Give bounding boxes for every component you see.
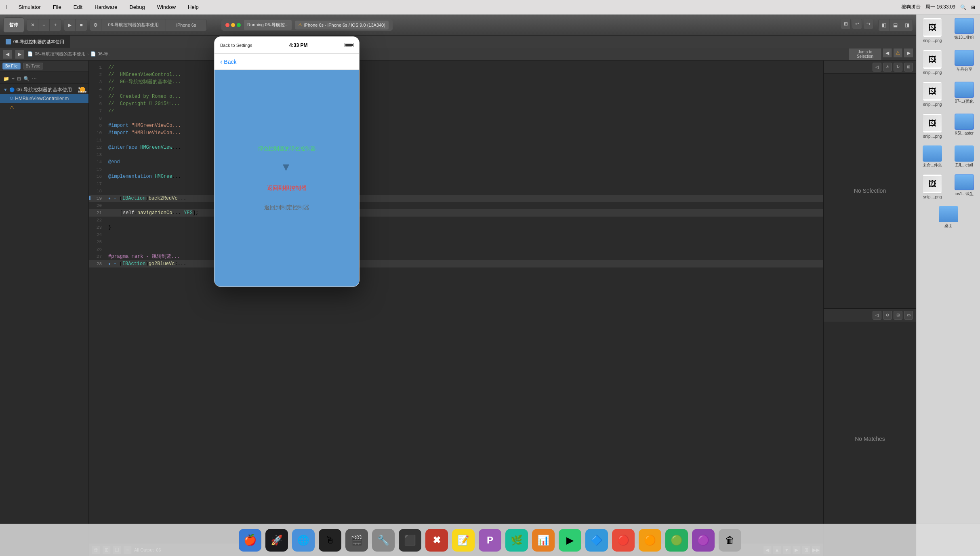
rp-btn-4[interactable]: ⊞ [904,63,913,72]
finder-item-snip1[interactable]: 🖼 snip....png [917,15,948,46]
menu-bar-input-method[interactable]: 搜狗拼音 [901,4,921,11]
more-icon[interactable]: ⋯ [32,76,37,82]
dock-app1-icon: ▶ [566,535,574,546]
file-tree-project[interactable]: ▼ 🔵 06-导航控制器的基本使用 1 issue [0,85,88,94]
code-line-24 [105,231,823,238]
back-btn-2[interactable]: ◀ [883,48,892,57]
zjl-icon [955,145,974,162]
apple-menu[interactable]:  [5,4,7,11]
finder-item-folder1[interactable]: 第13...业组 [948,15,980,46]
folder-icon[interactable]: 📁 [3,76,9,82]
scheme-icon[interactable]: ⚙ [90,19,101,31]
rp2-btn-1[interactable]: ◁ [873,311,881,320]
sim-close[interactable] [225,23,229,27]
menu-bar-grid-icon[interactable]: ⊞ [971,4,975,10]
dock-trash[interactable]: 🗑 [719,529,741,552]
dock-finder[interactable]: 🍎 [239,529,261,552]
stop-btn[interactable]: ■ [76,19,87,31]
by-type-btn[interactable]: By Type [23,63,43,70]
filter-icon[interactable]: ⊞ [17,76,21,82]
menu-debug[interactable]: Debug [127,3,147,11]
dock-popplet[interactable]: P [479,529,501,552]
dock-app1[interactable]: ▶ [559,529,581,552]
finder-item-desktop[interactable]: 桌面 [939,206,958,228]
dock-app2[interactable]: 🔷 [585,529,608,552]
layout-btn-2[interactable]: ↩ [852,19,862,29]
finder-item-snip5[interactable]: 🖼 snip....png [917,171,948,203]
dock-app3[interactable]: 🔴 [612,529,635,552]
menu-edit[interactable]: Edit [71,3,85,11]
search-icon[interactable]: 🔍 [23,76,29,82]
sim-max[interactable] [237,23,241,27]
dock-terminal[interactable]: ⬛ [399,529,421,552]
finder-item-folder2[interactable]: 车丹分享 [948,46,980,78]
minimize-btn[interactable]: − [38,19,50,31]
dock-tools[interactable]: 🔧 [372,529,395,552]
ios-gray-button[interactable]: 返回到制定控制器 [264,204,309,211]
ios-red-button[interactable]: 返回到根控制器 [267,185,307,192]
nav-back-btn[interactable]: ◀ [3,50,12,59]
rp-btn-3[interactable]: ↻ [894,63,902,72]
rp-btn-1[interactable]: ◁ [873,63,881,72]
ios-back-button[interactable]: ‹ Back [220,58,236,65]
warning-indicator[interactable]: ⚠ [894,48,902,57]
right-panel-toggle[interactable]: ◨ [901,19,913,31]
project-warning: 1 issue [80,87,85,93]
menu-help[interactable]: Help [185,3,201,11]
code-lines[interactable]: // // HMGreenViewControl... // 06-导航控制器的… [105,61,823,543]
dock-app5[interactable]: 🟢 [665,529,688,552]
dock-safari[interactable]: 🌐 [292,529,315,552]
forward-btn-2[interactable]: ▶ [904,48,913,57]
bottom-panel-toggle[interactable]: ⬓ [890,19,901,31]
menu-simulator[interactable]: Simulator [16,3,43,11]
rp2-btn-2[interactable]: ⊙ [883,311,892,320]
menu-hardware[interactable]: Hardware [92,3,120,11]
breadcrumb-text-1[interactable]: 06-导航控制器的基本使用 [35,51,86,57]
nav-forward-btn[interactable]: ▶ [15,50,24,59]
scheme-label[interactable]: 06-导航控制器的基本使用 [101,19,166,31]
finder-item-cmd[interactable]: 未命...件夹 [917,142,948,171]
finder-item-snip3[interactable]: 🖼 snip....png [917,78,948,110]
dock-mouse[interactable]: 🖱 [319,529,341,552]
finder-item-folder5[interactable]: ios1...试生 [948,171,980,203]
add-icon[interactable]: + [12,76,15,82]
dock-istat[interactable]: 📊 [532,529,555,552]
finder-item-snip2[interactable]: 🖼 snip....png [917,46,948,78]
dock-notes[interactable]: 📝 [452,529,475,552]
finder-item-folder4[interactable]: KSI...aster [948,110,980,142]
dock-launchpad[interactable]: 🚀 [265,529,288,552]
rp-btn-2[interactable]: ⚠ [883,63,892,72]
rp2-btn-3[interactable]: ⊞ [894,311,902,320]
left-panel-toggle[interactable]: ◧ [879,19,890,31]
finder-item-zjl[interactable]: ZJL...etail [948,142,980,171]
rp2-btn-4[interactable]: ▭ [904,311,913,320]
dock-app4[interactable]: 🟠 [639,529,661,552]
breadcrumb-item-2[interactable]: 📄 [90,51,96,57]
file-tree-file[interactable]: M HMBlueViewController.m [0,94,88,103]
line-17: 17 [89,180,105,187]
maximize-btn[interactable]: + [50,19,61,31]
breadcrumb-item-1[interactable]: 📄 [27,51,33,57]
by-file-btn[interactable]: By File [2,63,21,70]
menu-window[interactable]: Window [155,3,178,11]
breadcrumb-text-2[interactable]: 06-导. [98,51,110,57]
dock-photos[interactable]: 🎬 [345,529,368,552]
pause-button[interactable]: 暂停 [3,17,24,33]
layout-btn-3[interactable]: ↪ [864,19,873,29]
menu-bar-search-icon[interactable]: 🔍 [960,4,966,10]
build-btn[interactable]: ▶ [64,19,76,31]
layout-btn-1[interactable]: ⊞ [841,19,851,29]
sim-min[interactable] [231,23,235,27]
running-tab[interactable]: Running 06-导航控... [244,20,292,30]
finder-item-snip4[interactable]: 🖼 snip....png [917,110,948,142]
dock-app6[interactable]: 🟣 [692,529,715,552]
main-area: 暂停 ✕ − + ▶ ■ ⚙ 06-导航控制器的基本使用 iPhone 6s [0,15,980,556]
active-tab[interactable]: 06-导航控制器的基本使用 [0,36,70,48]
device-label[interactable]: iPhone 6s [166,19,206,31]
dock-xmind[interactable]: ✖ [425,529,448,552]
close-btn[interactable]: ✕ [27,19,38,31]
jump-to-selection[interactable]: Jump to Selection [849,48,881,60]
dock-mindnode[interactable]: 🌿 [505,529,528,552]
menu-file[interactable]: File [50,3,64,11]
finder-item-folder3[interactable]: 07-...(优化 [948,78,980,110]
